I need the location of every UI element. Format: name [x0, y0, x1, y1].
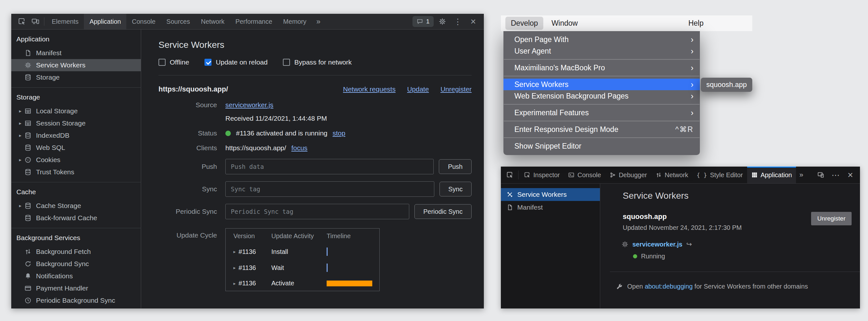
push-button[interactable]: Push — [439, 159, 472, 174]
expander-icon[interactable]: ▸ — [234, 281, 236, 286]
menu-item-experimental-features[interactable]: Experimental Features › — [503, 107, 700, 118]
menu-item-enter-responsive-design-mode[interactable]: Enter Responsive Design Mode ^⌘R — [503, 123, 700, 135]
section-title-storage: Storage — [11, 87, 141, 105]
about-debugging-link[interactable]: about:debugging — [645, 283, 692, 290]
table-row[interactable]: ▸ #1136 Activate — [226, 276, 379, 291]
tab-network[interactable]: Network — [651, 167, 692, 183]
offline-checkbox[interactable]: Offline — [158, 59, 189, 66]
network-requests-link[interactable]: Network requests — [343, 85, 396, 93]
bypass-for-network-checkbox[interactable]: Bypass for network — [283, 59, 352, 66]
sidebar-item-storage[interactable]: Storage — [11, 71, 141, 83]
unregister-link[interactable]: Unregister — [440, 85, 472, 93]
status-row: Status #1136 activated and is running st… — [158, 129, 472, 137]
sidebar-item-service-workers[interactable]: Service Workers — [11, 59, 141, 71]
more-tabs-icon[interactable]: » — [796, 171, 806, 179]
menubar-item-develop[interactable]: Develop — [505, 17, 543, 30]
sidebar-item-periodic-background-sync[interactable]: Periodic Background Sync — [11, 294, 141, 307]
menu-item-macbook-pro[interactable]: Maximiliano's MacBook Pro › — [503, 62, 700, 73]
sidebar-item-session-storage[interactable]: ▸ Session Storage — [11, 117, 141, 129]
database-icon — [24, 202, 32, 210]
tab-memory[interactable]: Memory — [278, 14, 312, 29]
sidebar-item-background-fetch[interactable]: Background Fetch — [11, 246, 141, 258]
close-icon[interactable]: × — [843, 171, 858, 180]
sync-button[interactable]: Sync — [439, 182, 472, 197]
close-icon[interactable]: × — [466, 15, 480, 28]
settings-gear-icon[interactable] — [436, 15, 449, 28]
expander-icon[interactable]: ▸ — [17, 133, 24, 138]
sidebar-item-local-storage[interactable]: ▸ Local Storage — [11, 105, 141, 117]
redirect-icon[interactable]: ↪ — [686, 241, 692, 248]
sidebar-item-indexeddb[interactable]: ▸ IndexedDB — [11, 129, 141, 142]
update-on-reload-checkbox[interactable]: Update on reload — [205, 59, 268, 66]
stop-link[interactable]: stop — [333, 129, 345, 137]
periodic-sync-tag-input[interactable] — [225, 204, 409, 219]
unregister-button[interactable]: Unregister — [811, 212, 851, 225]
menubar-item-window[interactable]: Window — [546, 17, 583, 30]
checkbox-box-checked[interactable] — [205, 59, 212, 66]
tab-application[interactable]: Application — [747, 167, 796, 183]
meatball-menu-icon[interactable]: ⋯ — [829, 171, 843, 179]
develop-menu: Open Page With › User Agent › Maximilian… — [503, 31, 700, 155]
submenu-item-squoosh[interactable]: squoosh.app — [706, 80, 747, 88]
sidebar-item-service-workers[interactable]: Service Workers — [501, 188, 600, 201]
sidebar-item-payment-handler[interactable]: Payment Handler — [11, 282, 141, 294]
service-workers-submenu: squoosh.app — [701, 78, 752, 92]
tab-console[interactable]: Console — [564, 167, 605, 183]
menu-separator — [504, 137, 700, 138]
kebab-menu-icon[interactable]: ⋮ — [451, 15, 465, 28]
menu-item-show-snippet-editor[interactable]: Show Snippet Editor — [503, 140, 700, 152]
toolbar-divider — [518, 171, 519, 179]
toolbar-right-controls: 1 ⋮ × — [412, 15, 484, 28]
expander-icon[interactable]: ▸ — [17, 203, 24, 209]
sidebar-item-back-forward-cache[interactable]: Back-forward Cache — [11, 212, 141, 224]
responsive-design-icon[interactable] — [814, 171, 828, 178]
checkbox-box[interactable] — [283, 59, 290, 66]
inspect-icon[interactable] — [15, 15, 29, 28]
source-file-link[interactable]: serviceworker.js — [225, 101, 273, 109]
expander-icon[interactable]: ▸ — [234, 249, 236, 254]
focus-link[interactable]: focus — [291, 144, 307, 152]
device-toolbar-icon[interactable] — [29, 15, 42, 28]
table-row[interactable]: ▸ #1136 Wait — [226, 260, 379, 276]
tab-application[interactable]: Application — [84, 14, 126, 29]
tab-elements[interactable]: Elements — [46, 14, 84, 29]
sidebar-item-web-sql[interactable]: Web SQL — [11, 142, 141, 154]
menu-item-service-workers[interactable]: Service Workers › squoosh.app — [503, 79, 700, 90]
tab-inspector[interactable]: Inspector — [520, 167, 564, 183]
tab-style-editor[interactable]: { } Style Editor — [692, 167, 747, 183]
table-row[interactable]: ▸ #1136 Install — [226, 244, 379, 260]
sidebar-item-manifest[interactable]: Manifest — [11, 47, 141, 59]
expander-icon[interactable]: ▸ — [17, 157, 24, 163]
tab-debugger[interactable]: Debugger — [606, 167, 651, 183]
sync-tag-input[interactable] — [225, 181, 434, 197]
sidebar-item-trust-tokens[interactable]: Trust Tokens — [11, 166, 141, 178]
background-fetch-icon — [24, 248, 32, 255]
running-dot — [633, 254, 637, 258]
tab-network[interactable]: Network — [195, 14, 230, 29]
expander-icon[interactable]: ▸ — [17, 120, 24, 126]
sidebar-section-application: Application Manifest Service Workers — [11, 30, 141, 87]
tab-sources[interactable]: Sources — [161, 14, 195, 29]
tab-performance[interactable]: Performance — [230, 14, 278, 29]
sidebar-item-notifications[interactable]: Notifications — [11, 270, 141, 282]
expander-icon[interactable]: ▸ — [17, 108, 24, 114]
update-link[interactable]: Update — [407, 85, 429, 93]
inspector-icon — [524, 172, 530, 178]
push-data-input[interactable] — [225, 159, 434, 174]
checkbox-box[interactable] — [158, 59, 165, 66]
sidebar-item-manifest[interactable]: Manifest — [501, 201, 600, 214]
inspect-icon[interactable] — [503, 167, 517, 183]
console-counter-badge[interactable]: 1 — [412, 16, 434, 27]
sidebar-item-background-sync[interactable]: Background Sync — [11, 258, 141, 270]
menu-item-open-page-with[interactable]: Open Page With › — [503, 34, 700, 45]
menu-item-web-extension-background-pages[interactable]: Web Extension Background Pages › — [503, 90, 700, 102]
menubar-item-help[interactable]: Help — [683, 17, 709, 30]
sidebar-item-cookies[interactable]: ▸ Cookies — [11, 154, 141, 166]
periodic-sync-button[interactable]: Periodic Sync — [414, 204, 472, 219]
tab-console[interactable]: Console — [126, 14, 161, 29]
expander-icon[interactable]: ▸ — [234, 265, 236, 270]
more-tabs-icon[interactable]: » — [312, 17, 325, 26]
menu-item-user-agent[interactable]: User Agent › — [503, 45, 700, 57]
worker-file-link[interactable]: serviceworker.js — [632, 241, 682, 248]
sidebar-item-cache-storage[interactable]: ▸ Cache Storage — [11, 200, 141, 212]
